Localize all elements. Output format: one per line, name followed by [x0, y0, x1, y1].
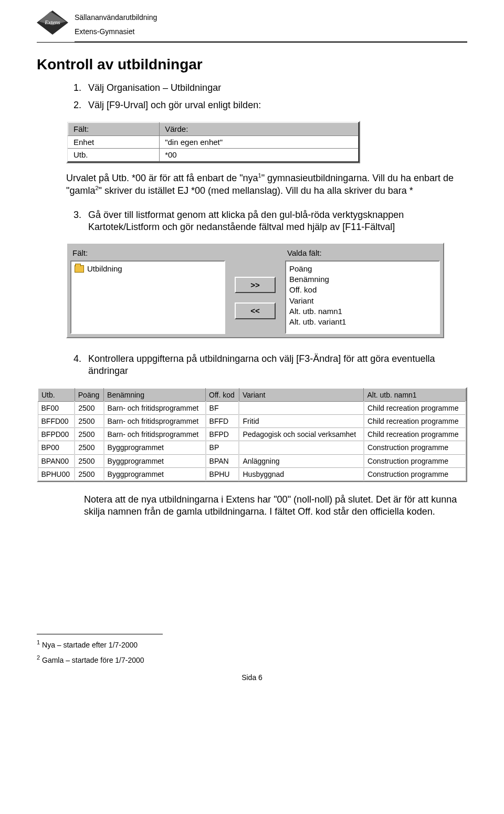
list-item[interactable]: Poäng	[289, 264, 436, 274]
fsel-left-label: Fält:	[70, 247, 225, 260]
table-row[interactable]: BP002500ByggprogrammetBPConstruction pro…	[38, 441, 466, 454]
cell: Barn- och fritidsprogrammet	[104, 428, 206, 441]
step-3: Gå över till listformat genom att klicka…	[84, 209, 467, 234]
page-footer: Sida 6	[37, 673, 467, 682]
field-select-window: Fält: Utbildning >> << Valda fält: Poäng…	[66, 243, 444, 338]
list-item-label: Alt. utb. variant1	[289, 317, 346, 327]
cell: BPHU00	[38, 467, 75, 481]
cell: BPHU	[206, 467, 239, 481]
cell: Byggprogrammet	[104, 467, 206, 481]
cell: BFFD00	[38, 415, 75, 428]
cell: Construction programme	[364, 454, 466, 467]
step-2: Välj [F9-Urval] och gör urval enligt bil…	[84, 99, 467, 111]
list-item[interactable]: Off. kod	[289, 285, 436, 295]
col-variant[interactable]: Variant	[239, 388, 363, 401]
page: Extens Sällananvändarutbildning Extens-G…	[0, 0, 504, 814]
cell: Child recreation programme	[364, 428, 466, 441]
cell: BFPD	[206, 428, 239, 441]
cell: BF	[206, 401, 239, 414]
col-poang[interactable]: Poäng	[75, 388, 103, 401]
logo-extens: Extens	[37, 11, 68, 35]
cell: Construction programme	[364, 441, 466, 454]
cell: Fritid	[239, 415, 363, 428]
cell: Construction programme	[364, 467, 466, 481]
table-row[interactable]: BPAN002500ByggprogrammetBPANAnläggningCo…	[38, 454, 466, 467]
cell: 2500	[75, 428, 103, 441]
cell: BPAN00	[38, 454, 75, 467]
footnote-2: 2 Gamla – startade före 1/7-2000	[37, 654, 467, 665]
list-item[interactable]: Variant	[289, 296, 436, 306]
fsel-left: Fält: Utbildning	[70, 247, 225, 334]
page-title: Kontroll av utbildningar	[37, 55, 467, 74]
cell: *00	[160, 149, 359, 162]
col-offkod[interactable]: Off. kod	[206, 388, 239, 401]
cell: BFPD00	[38, 428, 75, 441]
paragraph-note-00: Notera att de nya utbildningarna i Exten…	[84, 494, 467, 518]
urval-table: Fält: Värde: Enhet "din egen enhet" Utb.…	[68, 122, 359, 162]
steps-3: Gå över till listformat genom att klicka…	[84, 209, 467, 234]
cell: Pedagogisk och social verksamhet	[239, 428, 363, 441]
cell: Barn- och fritidsprogrammet	[104, 401, 206, 414]
table-row: Utb. *00	[68, 149, 359, 162]
table-row[interactable]: BFPD002500Barn- och fritidsprogrammetBFP…	[38, 428, 466, 441]
cell: Child recreation programme	[364, 415, 466, 428]
svg-text:Extens: Extens	[44, 19, 60, 25]
table-row: Enhet "din egen enhet"	[68, 135, 359, 149]
list-item[interactable]: Benämning	[289, 274, 436, 285]
fsel-left-listbox[interactable]: Utbildning	[70, 260, 225, 334]
cell: Enhet	[68, 135, 160, 149]
list-item[interactable]: Alt. utb. namn1	[289, 306, 436, 317]
urval-table-window: Fält: Värde: Enhet "din egen enhet" Utb.…	[66, 121, 360, 163]
add-button[interactable]: >>	[235, 277, 276, 294]
cell	[239, 401, 363, 414]
urval-col-varde: Värde:	[160, 123, 359, 136]
cell: 2500	[75, 454, 103, 467]
fn-text: Gamla – startade före 1/7-2000	[40, 655, 144, 664]
cell: BFFD	[206, 415, 239, 428]
steps-4: Kontrollera uppgifterna på utbildningarn…	[84, 353, 467, 378]
footnotes: 1 Nya – startade efter 1/7-2000 2 Gamla …	[37, 634, 467, 665]
fsel-right: Valda fält: Poäng Benämning Off. kod Var…	[285, 247, 440, 334]
page-header: Extens Sällananvändarutbildning Extens-G…	[37, 11, 467, 38]
list-item[interactable]: Alt. utb. variant1	[289, 317, 436, 327]
footnotes-rule	[37, 634, 163, 634]
cell: BP	[206, 441, 239, 454]
col-altnamn1[interactable]: Alt. utb. namn1	[364, 388, 466, 401]
list-item-label: Poäng	[289, 264, 312, 274]
fsel-right-listbox[interactable]: Poäng Benämning Off. kod Variant Alt. ut…	[285, 260, 440, 334]
cell: 2500	[75, 467, 103, 481]
list-item-label: Utbildning	[87, 264, 122, 274]
table-row[interactable]: BPHU002500ByggprogrammetBPHUHusbyggnadCo…	[38, 467, 466, 481]
list-item[interactable]: Utbildning	[75, 264, 221, 274]
cell: 2500	[75, 415, 103, 428]
table-row[interactable]: BF002500Barn- och fritidsprogrammetBFChi…	[38, 401, 466, 414]
text: Urvalet på Utb. *00 är för att få enbart…	[66, 173, 258, 183]
col-benamning[interactable]: Benämning	[104, 388, 206, 401]
header-line2: Extens-Gymnasiet	[75, 25, 157, 39]
cell: BP00	[38, 441, 75, 454]
fsel-buttons: >> <<	[235, 247, 276, 334]
text: " skriver du istället EJ *00 (med mellan…	[99, 185, 413, 196]
cell: Child recreation programme	[364, 401, 466, 414]
cell: Utb.	[68, 149, 160, 162]
cell: BPAN	[206, 454, 239, 467]
cell: 2500	[75, 401, 103, 414]
table-row[interactable]: BFFD002500Barn- och fritidsprogrammetBFF…	[38, 415, 466, 428]
header-line1: Sällananvändarutbildning	[75, 11, 157, 25]
step-4: Kontrollera uppgifterna på utbildningarn…	[84, 353, 467, 378]
remove-button[interactable]: <<	[235, 302, 276, 319]
cell: 2500	[75, 441, 103, 454]
cell: Anläggning	[239, 454, 363, 467]
list-item-label: Alt. utb. namn1	[289, 306, 342, 317]
urval-col-falt: Fält:	[68, 123, 160, 136]
step-1: Välj Organisation – Utbildningar	[84, 82, 467, 94]
cell: Barn- och fritidsprogrammet	[104, 415, 206, 428]
fsel-right-label: Valda fält:	[285, 247, 440, 260]
fn-text: Nya – startade efter 1/7-2000	[40, 640, 138, 649]
cell: Byggprogrammet	[104, 441, 206, 454]
cell: Byggprogrammet	[104, 454, 206, 467]
footnote-1: 1 Nya – startade efter 1/7-2000	[37, 639, 467, 650]
list-item-label: Variant	[289, 296, 313, 306]
col-utb[interactable]: Utb.	[38, 388, 75, 401]
cell: "din egen enhet"	[160, 135, 359, 149]
